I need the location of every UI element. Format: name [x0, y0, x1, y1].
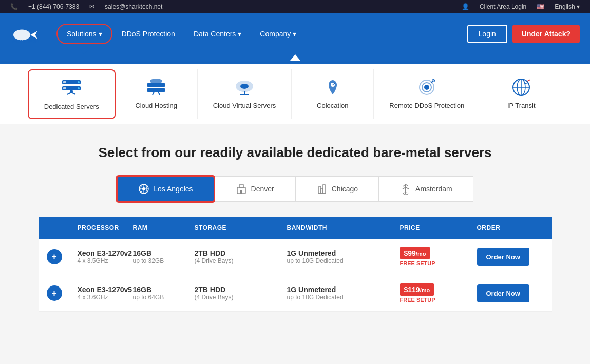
- chicago-icon: [316, 183, 328, 195]
- svg-rect-39: [240, 190, 242, 194]
- svg-point-7: [78, 81, 80, 83]
- nav-links: Solutions ▾ DDoS Protection Data Centers…: [56, 24, 467, 44]
- los-angeles-icon: [138, 183, 149, 195]
- storage-cell-2: 2TB HDD (4 Drive Bays): [195, 285, 287, 301]
- ip-transit-icon: [509, 77, 534, 98]
- logo-icon: SHARKTECH: [10, 21, 41, 47]
- col-expand: [47, 224, 78, 232]
- tab-amsterdam[interactable]: Amsterdam: [379, 176, 473, 202]
- dedicated-server-icon: [59, 78, 84, 99]
- colocation-label: Colocation: [317, 102, 348, 109]
- amsterdam-label: Amsterdam: [415, 185, 452, 193]
- email-icon: ✉: [89, 3, 94, 10]
- tab-los-angeles[interactable]: Los Angeles: [117, 176, 214, 202]
- nav-company[interactable]: Company ▾: [251, 25, 306, 43]
- solutions-menu: Dedicated Servers Cloud Hosting Cloud Vi…: [0, 63, 590, 124]
- ram-cell-1: 16GB up to 32GB: [133, 249, 195, 264]
- solution-dedicated[interactable]: Dedicated Servers: [28, 69, 116, 119]
- bandwidth-cell-2: 1G Unmetered up to 10G Dedicated: [287, 285, 400, 301]
- col-order: ORDER: [477, 224, 544, 232]
- expand-button-1[interactable]: +: [47, 249, 78, 264]
- svg-line-31: [527, 80, 530, 81]
- nav-ddos[interactable]: DDoS Protection: [112, 25, 184, 43]
- main-navigation: SHARKTECH Solutions ▾ DDoS Protection Da…: [0, 13, 590, 54]
- svg-rect-42: [323, 185, 325, 194]
- nav-arrow: [290, 54, 300, 61]
- chevron-down-icon-3: ▾: [293, 30, 296, 38]
- expand-button-2[interactable]: +: [47, 285, 78, 301]
- dedicated-label: Dedicated Servers: [44, 103, 99, 110]
- colocation-icon: [320, 77, 345, 98]
- denver-icon: [236, 183, 247, 195]
- col-bandwidth: BANDWIDTH: [287, 224, 400, 232]
- svg-rect-6: [63, 87, 66, 89]
- remote-ddos-label: Remote DDoS Protection: [389, 102, 464, 109]
- phone-link[interactable]: +1 (844) 706-7383: [28, 3, 79, 10]
- price-cell-2: $119/mo FREE SETUP: [400, 283, 477, 303]
- price-badge-1: $99/mo: [400, 247, 430, 259]
- svg-point-8: [78, 87, 80, 89]
- col-storage: STORAGE: [195, 224, 287, 232]
- order-button-1[interactable]: Order Now: [477, 248, 529, 266]
- bandwidth-cell-1: 1G Unmetered up to 10G Dedicated: [287, 249, 400, 264]
- order-cell-1: Order Now: [477, 248, 544, 266]
- price-cell-1: $99/mo FREE SETUP: [400, 247, 477, 266]
- under-attack-button[interactable]: Under Attack?: [512, 25, 580, 43]
- chevron-down-icon-2: ▾: [238, 30, 241, 38]
- table-row: + Xeon E3-1270v2 4 x 3.5GHz 16GB up to 3…: [39, 239, 552, 275]
- svg-point-24: [424, 85, 429, 90]
- solution-colocation[interactable]: Colocation: [292, 69, 374, 119]
- top-bar: 📞 +1 (844) 706-7383 ✉ sales@sharktech.ne…: [0, 0, 590, 13]
- svg-point-11: [70, 90, 73, 93]
- svg-rect-13: [147, 88, 165, 92]
- svg-point-14: [150, 79, 162, 84]
- tab-chicago[interactable]: Chicago: [295, 176, 379, 202]
- col-ram: RAM: [133, 224, 195, 232]
- svg-marker-1: [30, 31, 37, 39]
- table-header: PROCESSOR RAM STORAGE BANDWIDTH PRICE OR…: [39, 217, 552, 239]
- top-bar-left: 📞 +1 (844) 706-7383 ✉ sales@sharktech.ne…: [10, 3, 162, 10]
- cloud-hosting-label: Cloud Hosting: [135, 102, 177, 109]
- solution-remote-ddos[interactable]: Remote DDoS Protection: [374, 69, 480, 119]
- amsterdam-icon: [400, 183, 411, 195]
- table-row: + Xeon E3-1270v5 4 x 3.6GHz 16GB up to 6…: [39, 275, 552, 312]
- solution-cloud-virtual[interactable]: Cloud Virtual Servers: [198, 69, 292, 119]
- denver-label: Denver: [251, 185, 274, 193]
- logo-area: SHARKTECH: [10, 21, 41, 47]
- cloud-virtual-label: Cloud Virtual Servers: [213, 102, 276, 109]
- section-title: Select from our readily available dedica…: [10, 145, 580, 161]
- login-button[interactable]: Login: [467, 25, 507, 43]
- col-processor: PROCESSOR: [78, 224, 133, 232]
- solution-ip-transit[interactable]: IP Transit: [480, 69, 562, 119]
- los-angeles-label: Los Angeles: [154, 185, 193, 193]
- tab-denver[interactable]: Denver: [215, 176, 295, 202]
- phone-icon: 📞: [10, 3, 18, 10]
- ip-transit-label: IP Transit: [507, 102, 536, 109]
- cloud-hosting-icon: [144, 77, 168, 98]
- svg-point-18: [240, 84, 249, 89]
- email-link[interactable]: sales@sharktech.net: [105, 3, 162, 10]
- order-button-2[interactable]: Order Now: [477, 284, 529, 302]
- col-price: PRICE: [400, 224, 477, 232]
- flag-icon: 🇺🇸: [537, 3, 544, 10]
- storage-cell-1: 2TB HDD (4 Drive Bays): [195, 249, 287, 264]
- nav-buttons: Login Under Attack?: [467, 25, 580, 43]
- content-area: Select from our readily available dedica…: [0, 124, 590, 332]
- nav-datacenters[interactable]: Data Centers ▾: [184, 25, 251, 43]
- server-table-container: PROCESSOR RAM STORAGE BANDWIDTH PRICE OR…: [39, 217, 552, 312]
- processor-cell-1: Xeon E3-1270v2 4 x 3.5GHz: [78, 249, 133, 264]
- language-selector[interactable]: English ▾: [555, 3, 580, 10]
- chevron-down-icon: ▾: [99, 30, 102, 38]
- svg-text:SHARKTECH: SHARKTECH: [12, 39, 39, 44]
- client-area-icon: 👤: [462, 3, 469, 10]
- cloud-virtual-icon: [232, 77, 257, 98]
- solution-cloud-hosting[interactable]: Cloud Hosting: [116, 69, 198, 119]
- svg-line-16: [158, 92, 160, 95]
- svg-rect-12: [147, 83, 165, 87]
- processor-cell-2: Xeon E3-1270v5 4 x 3.6GHz: [78, 285, 133, 301]
- nav-solutions[interactable]: Solutions ▾: [56, 24, 112, 44]
- client-area-link[interactable]: Client Area Login: [480, 3, 526, 10]
- svg-rect-5: [63, 81, 66, 83]
- order-cell-2: Order Now: [477, 284, 544, 302]
- chicago-label: Chicago: [332, 185, 358, 193]
